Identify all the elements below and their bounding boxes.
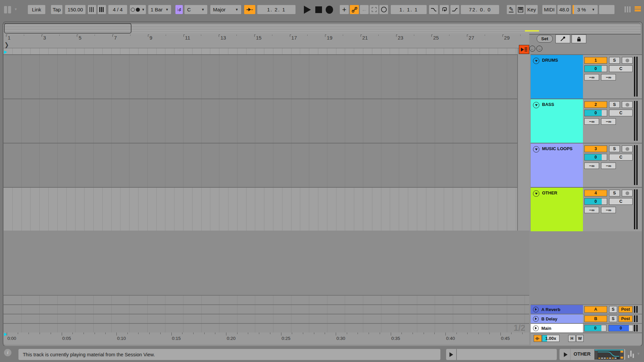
session-record-button[interactable]: [379, 5, 388, 14]
track-activator-button[interactable]: 3: [584, 145, 607, 152]
unfold-main-button[interactable]: [533, 325, 539, 331]
optimize-view-button[interactable]: [534, 335, 542, 342]
time-signature-field[interactable]: 4 / 4: [108, 5, 127, 14]
volume-field[interactable]: 0: [584, 154, 607, 161]
midi-value-field[interactable]: 48.0: [557, 5, 571, 14]
arrangement-position-field[interactable]: 1. 2. 1: [257, 5, 296, 14]
metronome-button[interactable]: ▼: [130, 5, 146, 14]
loop-length-field[interactable]: 72. 0. 0: [461, 5, 499, 14]
volume-field[interactable]: 0: [584, 65, 607, 72]
track-activator-button[interactable]: 2: [584, 101, 607, 108]
loop-start-field[interactable]: 1. 1. 1: [391, 5, 427, 14]
volume-field[interactable]: 0: [584, 198, 607, 205]
solo-button[interactable]: S: [609, 306, 617, 313]
follow-button[interactable]: [244, 5, 255, 14]
track-activator-button[interactable]: 4: [584, 190, 607, 196]
tempo-field[interactable]: 150.00: [65, 5, 86, 14]
pan-field[interactable]: C: [609, 65, 633, 72]
fold-track-button[interactable]: [533, 190, 539, 197]
solo-button[interactable]: S: [609, 315, 617, 322]
optimize-height-button[interactable]: H: [568, 335, 576, 342]
chevron-down-icon[interactable]: ▼: [637, 352, 640, 356]
automation-arm-button[interactable]: [350, 5, 359, 14]
track-activator-button[interactable]: 1: [584, 57, 607, 64]
main-menu-button[interactable]: [635, 6, 641, 12]
pan-field[interactable]: C: [609, 110, 633, 116]
send-b-field[interactable]: −∞: [601, 118, 616, 125]
return-lane[interactable]: [3, 295, 529, 304]
link-button[interactable]: Link: [28, 5, 45, 14]
fold-track-button[interactable]: [533, 58, 539, 64]
return-activator-button[interactable]: A: [584, 306, 607, 313]
tap-tempo-button[interactable]: Tap: [51, 5, 62, 14]
solo-button[interactable]: S: [609, 190, 620, 196]
send-a-field[interactable]: −∞: [584, 207, 599, 213]
nudge-down-button[interactable]: [88, 5, 96, 14]
midi-map-button[interactable]: MIDI: [542, 5, 556, 14]
key-map-button[interactable]: Key: [526, 5, 538, 14]
scale-menu[interactable]: Major▼: [210, 5, 241, 14]
return-lane-a[interactable]: [3, 304, 529, 314]
main-lane[interactable]: 1/2: [3, 323, 529, 333]
main-volume-field[interactable]: 0: [584, 325, 606, 331]
track-header[interactable]: DRUMS 1 S 0 C −∞ −∞: [531, 54, 642, 99]
status-play-button[interactable]: [446, 349, 457, 360]
punch-in-button[interactable]: [429, 5, 438, 14]
arm-button[interactable]: [622, 145, 633, 152]
send-b-field[interactable]: −∞: [601, 74, 616, 80]
empty-lane-area[interactable]: [3, 231, 529, 295]
play-button[interactable]: [303, 5, 312, 14]
send-a-field[interactable]: −∞: [584, 74, 599, 80]
return-name-block[interactable]: A Reverb: [531, 305, 583, 314]
fold-track-button[interactable]: [533, 102, 539, 108]
punch-out-button[interactable]: [450, 5, 459, 14]
unfold-return-button[interactable]: [533, 316, 539, 322]
level-meter-icon[interactable]: [628, 351, 635, 358]
track-header[interactable]: BASS 2 S 0 C −∞ −∞: [531, 99, 642, 143]
zoom-scale-field[interactable]: 1.00x: [542, 335, 559, 342]
track-header[interactable]: MUSIC LOOPS 3 S 0 C −∞ −∞: [531, 143, 642, 187]
pan-field[interactable]: C: [609, 154, 633, 161]
send-a-field[interactable]: −∞: [584, 163, 599, 169]
time-ruler[interactable]: 0:000:050:100:150:200:250:300:350:400:45: [3, 333, 529, 345]
window-layout-icon[interactable]: ▼: [4, 6, 19, 13]
loop-button[interactable]: [440, 5, 449, 14]
send-b-field[interactable]: −∞: [601, 163, 616, 169]
arm-button[interactable]: [622, 57, 633, 64]
return-activator-button[interactable]: B: [584, 315, 607, 322]
cpu-meter[interactable]: 3 %▼: [573, 5, 598, 14]
cue-volume-field[interactable]: 0: [608, 325, 633, 331]
record-button[interactable]: [325, 5, 334, 14]
return-lane-b[interactable]: [3, 314, 529, 323]
track-name-block[interactable]: MUSIC LOOPS: [531, 143, 583, 187]
quantization-menu[interactable]: 1 Bar▼: [148, 5, 171, 14]
stop-button[interactable]: [315, 5, 323, 14]
post-toggle[interactable]: Post: [619, 315, 633, 322]
track-name-block[interactable]: BASS: [531, 99, 583, 143]
arm-button[interactable]: [622, 190, 633, 196]
return-track-header[interactable]: B Delay B S Post: [531, 314, 642, 323]
return-track-header[interactable]: A Reverb A S Post: [531, 304, 642, 314]
draw-mode-button[interactable]: ✎: [507, 5, 516, 14]
track-header[interactable]: OTHER 4 S 0 C −∞ −∞: [531, 187, 642, 231]
unfold-return-button[interactable]: [533, 307, 539, 312]
overdub-button[interactable]: +: [340, 5, 349, 14]
post-toggle[interactable]: Post: [619, 306, 633, 313]
track-lane-bass[interactable]: [3, 99, 517, 143]
track-name-block[interactable]: OTHER: [531, 188, 583, 231]
main-track-header[interactable]: Main 0 0: [531, 323, 642, 333]
device-expand-button[interactable]: [561, 349, 571, 360]
reenable-automation-button[interactable]: ←: [360, 5, 369, 14]
solo-button[interactable]: S: [609, 145, 620, 152]
track-name-block[interactable]: DRUMS: [531, 55, 583, 99]
key-root-menu[interactable]: C▼: [184, 5, 207, 14]
accidental-toggle[interactable]: ♭♯: [175, 5, 183, 14]
device-thumbnail[interactable]: [594, 349, 624, 360]
arm-button[interactable]: [622, 101, 633, 108]
send-b-field[interactable]: −∞: [601, 207, 616, 213]
track-lane-music-loops[interactable]: [3, 143, 517, 187]
track-lane-drums[interactable]: [3, 54, 517, 99]
info-icon[interactable]: i: [4, 349, 11, 356]
nudge-up-button[interactable]: [98, 5, 106, 14]
solo-button[interactable]: S: [609, 101, 620, 108]
